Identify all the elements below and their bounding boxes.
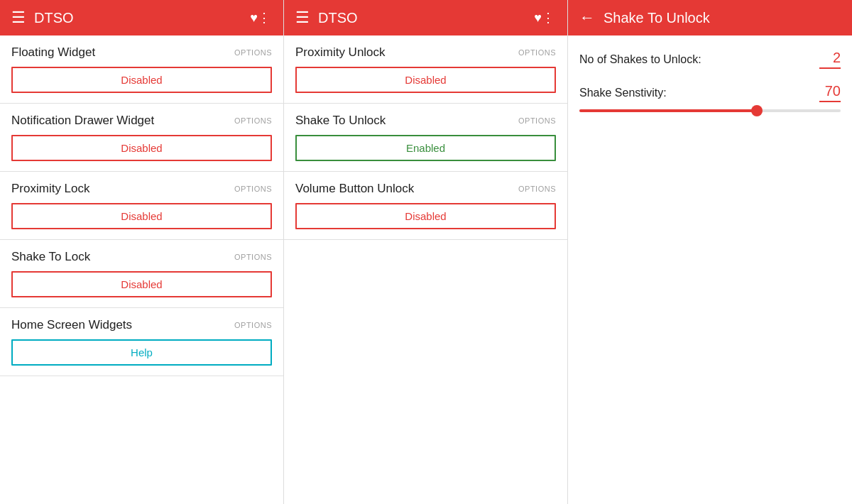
section-home-screen-widgets: Home Screen Widgets OPTIONS Help: [0, 308, 283, 376]
section-notification-drawer: Notification Drawer Widget OPTIONS Disab…: [0, 104, 283, 172]
section-notification-drawer-title: Notification Drawer Widget: [11, 114, 154, 128]
heart-icon-mid[interactable]: ♥: [534, 11, 542, 26]
section-volume-button-unlock-options[interactable]: OPTIONS: [518, 185, 556, 193]
sensitivity-label: Shake Senstivity:: [579, 87, 667, 99]
notification-drawer-btn[interactable]: Disabled: [11, 135, 272, 161]
right-panel-title: Shake To Unlock: [604, 10, 841, 26]
slider-fill: [579, 109, 757, 112]
home-screen-widgets-btn[interactable]: Help: [11, 339, 272, 366]
section-proximity-lock-options[interactable]: OPTIONS: [234, 185, 272, 193]
section-proximity-lock-header: Proximity Lock OPTIONS: [11, 182, 272, 196]
menu-icon-mid[interactable]: ☰: [295, 9, 310, 27]
section-proximity-lock-title: Proximity Lock: [11, 182, 90, 196]
app-title-mid: DTSO: [318, 10, 534, 26]
shake-to-unlock-btn[interactable]: Enabled: [295, 135, 556, 161]
shake-to-lock-btn[interactable]: Disabled: [11, 271, 272, 297]
app-container: ☰ DTSO ♥ ⋮ Floating Widget OPTIONS Disab…: [0, 0, 852, 504]
section-shake-to-lock-options[interactable]: OPTIONS: [234, 253, 272, 261]
toolbar-right: ← Shake To Unlock: [568, 0, 852, 35]
section-shake-to-unlock-header: Shake To Unlock OPTIONS: [295, 114, 556, 128]
dots-icon-mid[interactable]: ⋮: [542, 10, 556, 26]
shakes-label: No of Shakes to Unlock:: [579, 53, 701, 66]
heart-icon-left[interactable]: ♥: [250, 11, 258, 26]
slider-track[interactable]: [579, 109, 841, 112]
back-icon[interactable]: ←: [579, 9, 595, 27]
sensitivity-label-row: Shake Senstivity: 70: [579, 83, 841, 102]
panel-mid: ☰ DTSO ♥ ⋮ Proximity Unlock OPTIONS Disa…: [284, 0, 568, 504]
shakes-setting-row: No of Shakes to Unlock: 2: [579, 50, 841, 69]
section-proximity-unlock-header: Proximity Unlock OPTIONS: [295, 45, 556, 60]
section-shake-to-unlock: Shake To Unlock OPTIONS Enabled: [284, 104, 567, 172]
menu-icon-left[interactable]: ☰: [11, 9, 26, 27]
shakes-value[interactable]: 2: [819, 50, 841, 69]
section-proximity-unlock-options[interactable]: OPTIONS: [518, 48, 556, 57]
panel-right: ← Shake To Unlock No of Shakes to Unlock…: [568, 0, 852, 504]
section-volume-button-unlock-header: Volume Button Unlock OPTIONS: [295, 182, 556, 196]
left-panel-content: Floating Widget OPTIONS Disabled Notific…: [0, 35, 283, 504]
section-shake-to-lock: Shake To Lock OPTIONS Disabled: [0, 240, 283, 308]
section-floating-widget-title: Floating Widget: [11, 45, 95, 60]
app-title-left: DTSO: [34, 10, 250, 26]
section-home-screen-widgets-header: Home Screen Widgets OPTIONS: [11, 318, 272, 332]
floating-widget-btn[interactable]: Disabled: [11, 67, 272, 93]
section-floating-widget-options[interactable]: OPTIONS: [234, 48, 272, 57]
section-proximity-unlock: Proximity Unlock OPTIONS Disabled: [284, 35, 567, 104]
section-proximity-lock: Proximity Lock OPTIONS Disabled: [0, 172, 283, 240]
section-shake-to-lock-header: Shake To Lock OPTIONS: [11, 250, 272, 264]
panel-left: ☰ DTSO ♥ ⋮ Floating Widget OPTIONS Disab…: [0, 0, 284, 504]
section-proximity-unlock-title: Proximity Unlock: [295, 45, 386, 60]
toolbar-left: ☰ DTSO ♥ ⋮: [0, 0, 283, 35]
section-volume-button-unlock-title: Volume Button Unlock: [295, 182, 414, 196]
mid-panel-content: Proximity Unlock OPTIONS Disabled Shake …: [284, 35, 567, 504]
section-floating-widget-header: Floating Widget OPTIONS: [11, 45, 272, 60]
toolbar-mid: ☰ DTSO ♥ ⋮: [284, 0, 567, 35]
section-shake-to-unlock-options[interactable]: OPTIONS: [518, 116, 556, 125]
proximity-lock-btn[interactable]: Disabled: [11, 203, 272, 229]
section-notification-drawer-options[interactable]: OPTIONS: [234, 116, 272, 125]
proximity-unlock-btn[interactable]: Disabled: [295, 67, 556, 93]
section-volume-button-unlock: Volume Button Unlock OPTIONS Disabled: [284, 172, 567, 240]
section-home-screen-widgets-options[interactable]: OPTIONS: [234, 321, 272, 329]
section-shake-to-lock-title: Shake To Lock: [11, 250, 90, 264]
volume-button-unlock-btn[interactable]: Disabled: [295, 203, 556, 229]
section-shake-to-unlock-title: Shake To Unlock: [295, 114, 386, 128]
section-notification-drawer-header: Notification Drawer Widget OPTIONS: [11, 114, 272, 128]
dots-icon-left[interactable]: ⋮: [258, 10, 272, 26]
slider-thumb[interactable]: [751, 105, 763, 116]
sensitivity-value: 70: [819, 83, 841, 102]
section-floating-widget: Floating Widget OPTIONS Disabled: [0, 35, 283, 104]
section-home-screen-widgets-title: Home Screen Widgets: [11, 318, 132, 332]
sensitivity-slider-row: Shake Senstivity: 70: [579, 83, 841, 112]
right-panel-content: No of Shakes to Unlock: 2 Shake Senstivi…: [568, 35, 852, 504]
